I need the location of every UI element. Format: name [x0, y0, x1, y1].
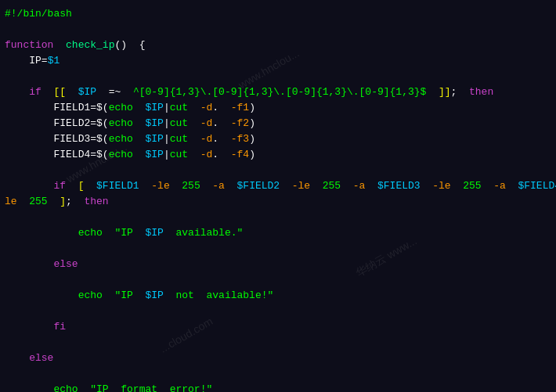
line-12: if [ $FIELD1 -le 255 -a $FIELD2 -le 255 … [5, 178, 551, 194]
line-18 [5, 272, 551, 288]
line-7: FIELD1=$(echo $IP|cut -d. -f1) [5, 100, 551, 116]
line-17: else [5, 257, 551, 272]
line-23: else [5, 351, 551, 366]
line-9: FIELD3=$(echo $IP|cut -d. -f3) [5, 131, 551, 147]
line-16 [5, 241, 551, 257]
line-2 [5, 22, 551, 38]
line-22 [5, 335, 551, 351]
line-4: IP=$1 [5, 53, 551, 69]
line-5 [5, 69, 551, 85]
line-3: function check_ip() { [5, 38, 551, 53]
line-13: le 255 ]; then [5, 194, 551, 210]
line-24 [5, 366, 551, 382]
line-10: FIELD4=$(echo $IP|cut -d. -f4) [5, 147, 551, 163]
line-14 [5, 210, 551, 225]
line-11 [5, 163, 551, 178]
line-15: echo "IP $IP available." [5, 225, 551, 241]
line-1: #!/bin/bash [5, 6, 551, 22]
line-21: fi [5, 319, 551, 335]
line-20 [5, 304, 551, 319]
line-6: if [[ $IP =~ ^[0-9]{1,3}\.[0-9]{1,3}\.[0… [5, 85, 551, 100]
line-19: echo "IP $IP not available!" [5, 288, 551, 304]
code-container: www.hnclou... www.hnclou... 华纳云 www... .… [0, 0, 556, 392]
line-25: echo "IP format error!" [5, 382, 551, 392]
line-8: FIELD2=$(echo $IP|cut -d. -f2) [5, 116, 551, 131]
